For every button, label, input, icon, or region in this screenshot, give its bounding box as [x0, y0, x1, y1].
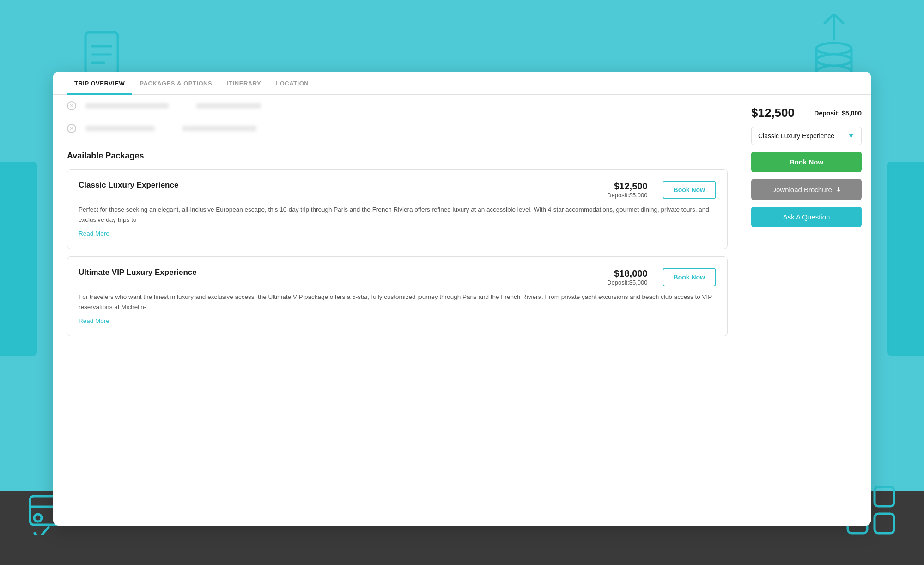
- sidebar-download-button[interactable]: Download Brochure ⬇: [751, 179, 862, 200]
- package-actions-vip: $18,000 Deposit:$5,000 Book Now: [607, 268, 716, 286]
- chevron-down-icon: ▼: [847, 132, 855, 140]
- tab-location[interactable]: LOCATION: [268, 72, 316, 95]
- server-icon: [804, 14, 864, 80]
- package-name-classic: Classic Luxury Experience: [79, 181, 178, 190]
- blurred-row-2: ✕: [67, 117, 728, 140]
- download-label: Download Brochure: [771, 186, 832, 194]
- content-area: ✕ ✕ Available Packages Classic L: [53, 95, 871, 526]
- package-name-vip: Ultimate VIP Luxury Experience: [79, 268, 197, 277]
- close-icon-1[interactable]: ✕: [67, 101, 76, 110]
- read-more-vip-link[interactable]: Read More: [79, 317, 109, 324]
- blurred-text-2b: [182, 126, 256, 131]
- package-dropdown[interactable]: Classic Luxury Experience ▼: [751, 127, 862, 145]
- blurred-rows-section: ✕ ✕: [53, 95, 742, 140]
- tab-bar: TRIP OVERVIEW PACKAGES & OPTIONS ITINERA…: [53, 72, 871, 95]
- selected-package-label: Classic Luxury Experience: [758, 132, 834, 140]
- package-pricing-vip: $18,000 Deposit:$5,000: [607, 268, 647, 286]
- close-icon-2[interactable]: ✕: [67, 124, 76, 133]
- blurred-text-1b: [196, 103, 261, 109]
- sidebar-main-price: $12,500: [751, 106, 795, 120]
- book-now-classic-button[interactable]: Book Now: [663, 181, 716, 199]
- download-icon: ⬇: [836, 185, 842, 194]
- sidebar-book-now-button[interactable]: Book Now: [751, 152, 862, 172]
- tab-packages-options[interactable]: PACKAGES & OPTIONS: [132, 72, 219, 95]
- svg-rect-16: [875, 487, 894, 506]
- package-description-classic: Perfect for those seeking an elegant, al…: [79, 205, 716, 225]
- package-deposit-classic: Deposit:$5,000: [607, 192, 647, 199]
- svg-point-8: [816, 55, 851, 66]
- blurred-text-2a: [85, 126, 155, 131]
- sidebar-price-row: $12,500 Deposit: $5,000: [751, 106, 862, 120]
- read-more-classic-link[interactable]: Read More: [79, 230, 109, 237]
- main-card: TRIP OVERVIEW PACKAGES & OPTIONS ITINERA…: [53, 72, 871, 526]
- package-header-vip: Ultimate VIP Luxury Experience $18,000 D…: [79, 268, 716, 286]
- right-sidebar: $12,500 Deposit: $5,000 Classic Luxury E…: [742, 95, 871, 526]
- svg-rect-0: [85, 32, 118, 74]
- book-now-vip-button[interactable]: Book Now: [663, 268, 716, 286]
- sidebar-ask-button[interactable]: Ask A Question: [751, 207, 862, 227]
- tab-trip-overview[interactable]: TRIP OVERVIEW: [67, 72, 132, 95]
- tab-itinerary[interactable]: ITINERARY: [219, 72, 268, 95]
- packages-section: Available Packages Classic Luxury Experi…: [53, 140, 742, 355]
- svg-rect-18: [875, 514, 894, 533]
- left-content: ✕ ✕ Available Packages Classic L: [53, 95, 742, 526]
- blurred-text-1a: [85, 103, 169, 109]
- package-card-classic: Classic Luxury Experience $12,500 Deposi…: [67, 169, 728, 249]
- packages-title: Available Packages: [67, 151, 728, 161]
- svg-point-5: [816, 43, 851, 54]
- blurred-row-1: ✕: [67, 95, 728, 117]
- package-card-vip: Ultimate VIP Luxury Experience $18,000 D…: [67, 256, 728, 336]
- package-description-vip: For travelers who want the finest in lux…: [79, 292, 716, 312]
- package-actions-classic: $12,500 Deposit:$5,000 Book Now: [607, 181, 716, 199]
- svg-point-14: [34, 514, 42, 522]
- package-deposit-vip: Deposit:$5,000: [607, 279, 647, 286]
- sidebar-deposit-text: Deposit: $5,000: [814, 109, 862, 117]
- package-pricing-classic: $12,500 Deposit:$5,000: [607, 181, 647, 199]
- package-header-classic: Classic Luxury Experience $12,500 Deposi…: [79, 181, 716, 199]
